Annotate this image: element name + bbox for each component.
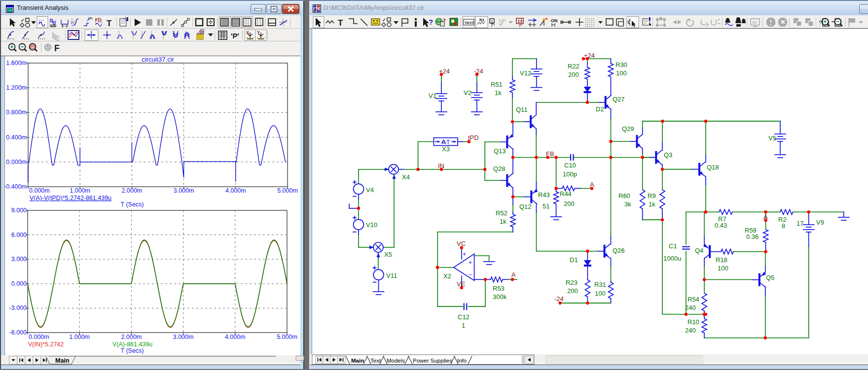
svg-text:Main: Main: [351, 358, 364, 364]
svg-text:Models: Models: [387, 358, 405, 364]
svg-text:Power Supplies: Power Supplies: [413, 358, 452, 364]
svg-text:Main: Main: [55, 357, 69, 364]
svg-text:Info: Info: [457, 358, 467, 364]
svg-text:Text: Text: [370, 358, 381, 364]
